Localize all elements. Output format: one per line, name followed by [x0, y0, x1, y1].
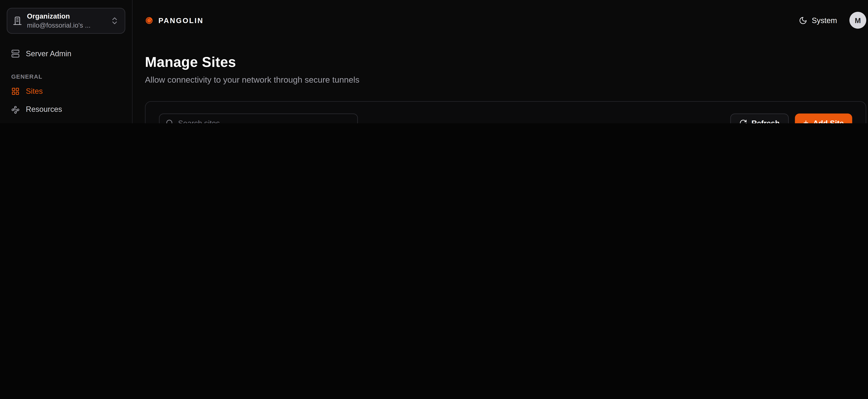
sites-toolbar: Refresh + Add Site: [159, 114, 852, 123]
resources-icon: [11, 105, 20, 114]
org-title: Organization: [27, 12, 105, 21]
sidebar-item-sites[interactable]: Sites: [7, 83, 125, 100]
page-title: Manage Sites: [145, 54, 866, 70]
sidebar-item-server-admin[interactable]: Server Admin: [7, 45, 125, 63]
plus-icon: +: [803, 119, 808, 123]
topbar: PANGOLIN System M: [133, 0, 868, 40]
sites-card: Refresh + Add Site Name Online: [145, 101, 866, 123]
sidebar-item-label: Resources: [26, 105, 62, 114]
sidebar-nav: Server Admin GENERAL Sites Resources Do: [7, 45, 125, 123]
section-label-general: GENERAL: [11, 73, 121, 80]
search-box: [159, 114, 358, 123]
building-icon: [13, 16, 22, 25]
server-icon: [11, 50, 20, 58]
org-subtitle: milo@fossorial.io's ...: [27, 21, 105, 29]
refresh-label: Refresh: [751, 119, 780, 123]
refresh-icon: [739, 119, 747, 123]
sidebar-item-domains[interactable]: Domains: [7, 119, 125, 123]
app-window: Organization milo@fossorial.io's ... Ser…: [0, 0, 868, 123]
refresh-button[interactable]: Refresh: [730, 114, 789, 123]
sidebar-item-resources[interactable]: Resources: [7, 100, 125, 119]
sidebar-item-label: Sites: [26, 87, 43, 96]
sidebar: Organization milo@fossorial.io's ... Ser…: [0, 0, 133, 123]
theme-toggle-button[interactable]: System: [799, 16, 837, 25]
pangolin-logo: [145, 16, 153, 25]
sidebar-item-label: Server Admin: [26, 49, 71, 58]
toolbar-buttons: Refresh + Add Site: [730, 114, 852, 123]
page-head: Manage Sites Allow connectivity to your …: [133, 40, 868, 84]
search-icon: [166, 119, 174, 123]
brand: PANGOLIN: [145, 16, 204, 25]
org-switcher[interactable]: Organization milo@fossorial.io's ...: [7, 8, 125, 33]
main-area: PANGOLIN System M Manage Sites Allow con…: [133, 0, 868, 123]
avatar[interactable]: M: [849, 12, 866, 29]
topbar-right: System M: [799, 12, 866, 29]
chevrons-up-down-icon: [110, 16, 119, 25]
search-input[interactable]: [178, 119, 351, 123]
sites-icon: [11, 87, 20, 96]
add-site-label: Add Site: [813, 119, 844, 123]
theme-label: System: [812, 16, 837, 25]
moon-icon: [799, 16, 807, 25]
page-subtitle: Allow connectivity to your network throu…: [145, 75, 866, 84]
org-text: Organization milo@fossorial.io's ...: [27, 12, 105, 29]
add-site-button[interactable]: + Add Site: [795, 114, 852, 123]
brand-name: PANGOLIN: [158, 16, 204, 25]
sidebar-item-label: Domains: [26, 123, 56, 123]
